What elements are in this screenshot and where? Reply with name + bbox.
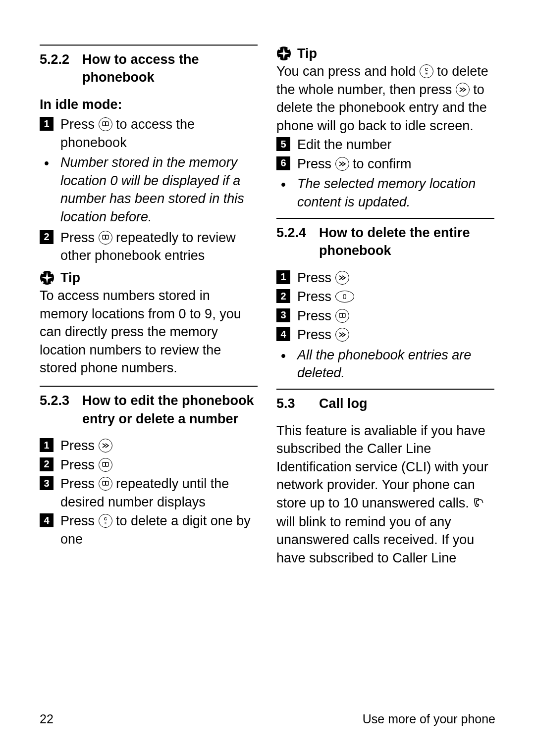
tip-heading: Tip [276,45,494,62]
step-marker: 1 [40,438,54,452]
program-icon [99,439,112,453]
note-text: All the phonebook entries are deleted. [297,346,494,382]
page-footer: 22 Use more of your phone [40,712,495,726]
call-log-body: This feature is avaliable if you have su… [276,422,494,567]
heading-title: Call log [319,395,368,412]
bullet-dot: • [40,153,54,174]
page-number: 22 [40,712,54,726]
step-1: 1 Press [40,437,258,454]
heading-title: How to delete the entire phonebook [319,224,494,260]
program-icon [335,328,349,342]
step-text: Edit the number [297,136,392,153]
tip-label: Tip [297,45,317,62]
step-5: 5 Edit the number [276,136,494,153]
step-2: 2 Press [40,456,258,474]
tip-sparkle-icon [40,270,54,285]
heading-title: How to edit the phonebook entry or delet… [82,392,258,428]
book-icon [99,231,112,245]
step-marker: 2 [40,230,54,244]
footer-section-title: Use more of your phone [363,712,495,726]
clear-icon [99,514,112,528]
note-text: The selected memory location content is … [297,175,494,211]
step-marker: 5 [276,137,290,151]
clear-icon [420,64,433,78]
manual-page: 5.2.2 How to access the phonebook In idl… [0,0,535,756]
handset-icon [473,495,484,512]
heading-number: 5.2.2 [40,50,82,68]
step-text: Press 0 [297,288,354,305]
bullet-dot: • [276,175,290,195]
step-3: 3 Press repeatedly until the desired num… [40,475,258,511]
step-4: 4 Press to delete a digit one by one [40,512,258,548]
note-bullet: • The selected memory location content i… [276,175,494,211]
step-text: Press to confirm [297,155,412,173]
heading-5-2-3: 5.2.3 How to edit the phonebook entry or… [40,392,258,428]
step-text: Press to delete a digit one by one [60,512,258,548]
step-marker: 2 [40,457,54,471]
note-text: Number stored in the memory location 0 w… [60,153,258,226]
left-column: 5.2.2 How to access the phonebook In idl… [40,45,258,673]
book-icon [99,477,112,491]
step-marker: 6 [276,156,290,170]
heading-number: 5.2.4 [276,224,319,242]
book-icon [99,117,112,131]
program-icon [456,83,470,97]
step-2: 2 Press repeatedly to review other phone… [40,229,258,265]
step-text: Press repeatedly until the desired numbe… [60,475,258,511]
zero-key-icon: 0 [335,291,354,302]
tip-body: You can press and hold to delete the who… [276,62,494,135]
section-rule [276,218,494,219]
step-6: 6 Press to confirm [276,155,494,173]
idle-mode-subheading: In idle mode: [40,96,258,113]
heading-title: How to access the phonebook [82,50,258,87]
book-icon [99,458,112,472]
step-1: 1 Press [276,269,494,287]
step-text: Press [297,269,349,287]
step-text: Press repeatedly to review other phonebo… [60,229,258,265]
tip-label: Tip [60,269,80,287]
tip-sparkle-icon [276,46,291,61]
step-text: Press [297,326,349,344]
step-2: 2 Press 0 [276,288,494,305]
heading-number: 5.3 [276,395,319,412]
book-icon [335,309,349,323]
step-marker: 3 [40,476,54,490]
two-column-layout: 5.2.2 How to access the phonebook In idl… [40,45,495,673]
step-3: 3 Press [276,307,494,325]
program-icon [335,271,349,285]
step-1: 1 Press to access the phonebook [40,115,258,151]
step-text: Press [60,456,112,474]
section-rule [276,389,494,390]
program-icon [335,157,349,171]
section-rule [40,45,258,46]
step-marker: 1 [276,270,290,284]
step-text: Press to access the phonebook [60,115,258,151]
heading-number: 5.2.3 [40,392,82,409]
step-4: 4 Press [276,326,494,344]
heading-5-2-2: 5.2.2 How to access the phonebook [40,50,258,87]
heading-5-2-4: 5.2.4 How to delete the entire phonebook [276,224,494,260]
step-marker: 2 [276,289,290,303]
bullet-dot: • [276,346,290,366]
step-marker: 4 [40,513,54,527]
heading-5-3: 5.3 Call log [276,395,494,412]
step-text: Press [60,437,112,454]
tip-heading: Tip [40,269,258,287]
section-rule [40,386,258,387]
note-bullet: • Number stored in the memory location 0… [40,153,258,226]
step-marker: 1 [40,117,54,131]
right-column: Tip You can press and hold to delete the… [276,45,494,673]
step-marker: 4 [276,327,290,341]
step-marker: 3 [276,308,290,322]
step-text: Press [297,307,349,325]
tip-body: To access numbers stored in memory locat… [40,287,258,377]
note-bullet: • All the phonebook entries are deleted. [276,346,494,382]
